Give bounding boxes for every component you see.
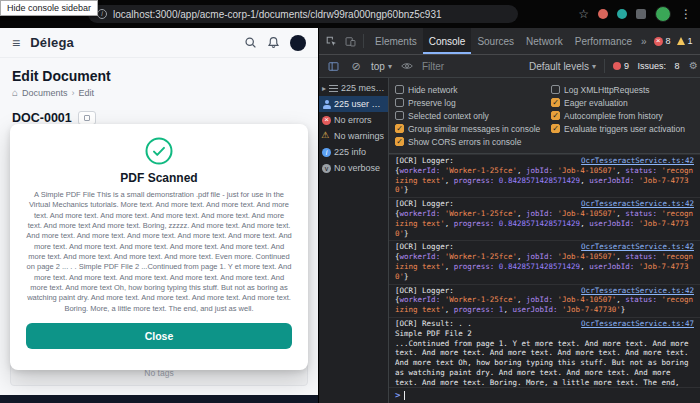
checkbox-icon[interactable]: ✓ <box>551 124 560 133</box>
menu-icon[interactable] <box>12 35 20 51</box>
live-expression-eye-icon[interactable] <box>399 58 415 74</box>
console-sidebar-item[interactable]: No errors <box>319 112 388 128</box>
devtools-panel: ElementsConsoleSourcesNetworkPerformance… <box>318 28 700 403</box>
console-setting[interactable]: Log XMLHttpRequests <box>551 83 694 96</box>
user-avatar[interactable] <box>290 35 306 51</box>
checkbox-icon[interactable] <box>395 111 404 120</box>
devtools-tab-console[interactable]: Console <box>423 28 472 54</box>
source-link[interactable]: OcrTesseractService.ts:42 <box>581 156 694 166</box>
app-header: Délega <box>0 28 318 58</box>
console-setting[interactable]: ✓Autocomplete from history <box>551 109 694 122</box>
search-icon[interactable] <box>244 36 257 49</box>
console-settings-right-column: Log XMLHttpRequests✓Eager evaluation✓Aut… <box>551 83 694 148</box>
breadcrumb-edit: Edit <box>79 88 95 98</box>
console-setting[interactable]: ✓Show CORS errors in console <box>395 135 545 148</box>
close-button[interactable]: Close <box>26 323 292 349</box>
console-sidebar-item[interactable]: No verbose <box>319 160 388 176</box>
warning-count-badge[interactable]: 1 <box>677 36 693 46</box>
source-link[interactable]: OcrTesseractService.ts:42 <box>581 199 694 209</box>
console-prompt[interactable]: > <box>389 387 700 403</box>
logged-object[interactable]: {workerId: 'Worker-1-25fce', jobId: 'Job… <box>395 295 694 315</box>
console-sidebar-item[interactable]: 225 messages <box>319 80 388 96</box>
logged-object[interactable]: {workerId: 'Worker-1-25fce', jobId: 'Job… <box>395 209 694 238</box>
more-tabs-icon[interactable] <box>641 36 647 47</box>
checkbox-icon[interactable] <box>551 85 560 94</box>
console-toolbar-right: Default levels 9 Issues: 8 <box>529 58 700 74</box>
console-settings-gear-icon[interactable] <box>686 58 700 74</box>
console-message: [OCR] Result: . .OcrTesseractService.ts:… <box>389 317 700 387</box>
source-link[interactable]: OcrTesseractService.ts:42 <box>581 286 694 296</box>
console-sidebar-item[interactable]: 225 user messages <box>319 96 388 112</box>
console-setting[interactable]: ✓Evaluate triggers user activation <box>551 122 694 135</box>
app-panel: Délega Edit Document Documents Edit DOC-… <box>0 28 318 403</box>
device-toolbar-icon[interactable] <box>342 33 358 49</box>
logged-object[interactable]: {workerId: 'Worker-1-25fce', jobId: 'Job… <box>395 252 694 281</box>
console-message: [OCR] Logger:OcrTesseractService.ts:42{w… <box>389 197 700 240</box>
console-sidebar-item[interactable]: No warnings <box>319 128 388 144</box>
checkbox-icon[interactable]: ✓ <box>551 111 560 120</box>
console-sidebar-item[interactable]: 225 info <box>319 144 388 160</box>
inspect-element-icon[interactable] <box>323 33 339 49</box>
info-icon <box>322 148 331 157</box>
issues-badge[interactable]: 9 Issues: 8 <box>613 61 680 71</box>
expander-icon[interactable] <box>322 84 326 93</box>
console-setting[interactable]: Preserve log <box>395 96 545 109</box>
devtools-tab-sources[interactable]: Sources <box>471 28 520 54</box>
sidebar-item-label: 225 info <box>334 147 385 157</box>
browser-profile-avatar[interactable] <box>655 6 671 22</box>
checkbox-icon[interactable]: ✓ <box>551 98 560 107</box>
checkbox-icon[interactable]: ✓ <box>395 124 404 133</box>
notifications-bell-icon[interactable] <box>267 36 280 49</box>
logged-text: Simple PDF File 2 ...Continued from page… <box>395 329 694 387</box>
address-bar[interactable]: localhost:3000/app/acme-corp-1/documents… <box>88 5 518 23</box>
context-label: top <box>371 61 385 72</box>
log-label: [OCR] Result: . . <box>395 319 472 329</box>
browser-chrome: localhost:3000/app/acme-corp-1/documents… <box>0 0 700 28</box>
divider <box>604 59 605 73</box>
source-link[interactable]: OcrTesseractService.ts:42 <box>581 242 694 252</box>
console-sidebar-toggle-icon[interactable] <box>325 58 341 74</box>
tooltip-hide-console-sidebar: Hide console sidebar <box>0 0 98 16</box>
console-toolbar: top Default levels 9 Issues: 8 <box>319 55 700 78</box>
console-setting[interactable]: ✓Group similar messages in console <box>395 122 545 135</box>
breadcrumb-documents[interactable]: Documents <box>22 88 68 98</box>
warning-icon <box>322 132 331 141</box>
devtools-badges: 8 1 <box>654 36 693 46</box>
warning-icon <box>677 37 685 45</box>
screen: localhost:3000/app/acme-corp-1/documents… <box>0 0 700 403</box>
console-setting[interactable]: ✓Eager evaluation <box>551 96 694 109</box>
app-brand: Délega <box>30 35 74 50</box>
source-link[interactable]: OcrTesseractService.ts:47 <box>581 319 694 329</box>
app-header-actions <box>244 35 306 51</box>
context-selector[interactable]: top <box>371 61 392 72</box>
devtools-tab-network[interactable]: Network <box>520 28 569 54</box>
home-icon[interactable] <box>12 87 18 98</box>
checkbox-icon[interactable] <box>395 85 404 94</box>
setting-label: Group similar messages in console <box>408 124 540 134</box>
extensions-puzzle-icon[interactable] <box>636 9 646 19</box>
console-filter-input[interactable] <box>422 61 522 72</box>
browser-menu-icon[interactable] <box>680 8 692 20</box>
modal-body-text: A Simple PDF File This is a small demons… <box>10 190 308 314</box>
sidebar-item-label: 225 messages <box>341 83 385 93</box>
browser-actions <box>578 0 692 28</box>
checkbox-icon[interactable]: ✓ <box>395 137 404 146</box>
success-check-icon <box>144 136 174 166</box>
console-setting[interactable]: Selected context only <box>395 109 545 122</box>
bookmark-icon[interactable] <box>578 8 589 20</box>
doc-id-row: DOC-0001 <box>12 111 306 125</box>
extension-icon-red[interactable] <box>598 9 608 19</box>
breadcrumb: Documents Edit <box>12 87 306 98</box>
devtools-tab-performance[interactable]: Performance <box>569 28 638 54</box>
logged-object[interactable]: {workerId: 'Worker-1-25fce', jobId: 'Job… <box>395 166 694 195</box>
console-setting[interactable]: Hide network <box>395 83 545 96</box>
copy-doc-id-icon[interactable] <box>78 111 96 125</box>
site-info-icon[interactable] <box>97 9 107 19</box>
error-count-badge[interactable]: 8 <box>654 36 671 46</box>
extension-icon-teal[interactable] <box>617 9 627 19</box>
log-levels-dropdown[interactable]: Default levels <box>529 61 596 72</box>
devtools-tab-bar: ElementsConsoleSourcesNetworkPerformance… <box>319 28 700 55</box>
checkbox-icon[interactable] <box>395 98 404 107</box>
devtools-tab-elements[interactable]: Elements <box>369 28 423 54</box>
clear-console-icon[interactable] <box>348 58 364 74</box>
